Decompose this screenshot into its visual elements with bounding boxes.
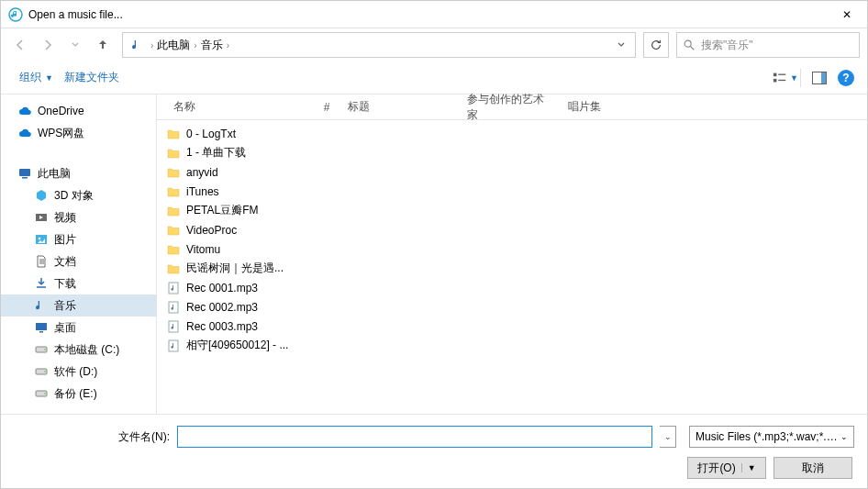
file-row[interactable]: VideoProc bbox=[157, 220, 867, 239]
disk-icon bbox=[34, 342, 49, 357]
file-row[interactable]: 0 - LogTxt bbox=[157, 124, 867, 143]
search-input[interactable]: 搜索"音乐" bbox=[676, 32, 860, 58]
audio-file-icon bbox=[166, 339, 181, 353]
chevron-down-icon[interactable] bbox=[611, 40, 631, 50]
address-bar[interactable]: › 此电脑 › 音乐 › bbox=[122, 32, 636, 58]
file-name: 1 - 单曲下载 bbox=[186, 145, 246, 161]
file-name: Rec 0002.mp3 bbox=[186, 301, 258, 314]
filename-input[interactable] bbox=[177, 426, 652, 448]
audio-file-icon bbox=[166, 281, 181, 295]
col-num[interactable]: # bbox=[313, 101, 340, 114]
breadcrumb-seg[interactable]: 音乐 bbox=[199, 38, 225, 53]
col-artist[interactable]: 参与创作的艺术家 bbox=[460, 92, 561, 123]
svg-rect-5 bbox=[778, 79, 785, 80]
chevron-down-icon: ▼ bbox=[45, 73, 53, 83]
file-row[interactable]: 1 - 单曲下载 bbox=[157, 143, 867, 162]
folder-icon bbox=[166, 223, 181, 238]
sidebar-item[interactable]: WPS网盘 bbox=[1, 122, 156, 144]
sidebar-item-label: 软件 (D:) bbox=[54, 364, 97, 380]
svg-point-20 bbox=[44, 393, 46, 395]
sidebar: OneDriveWPS网盘此电脑3D 对象视频图片文档下载音乐桌面本地磁盘 (C… bbox=[1, 94, 157, 419]
file-row[interactable]: Rec 0002.mp3 bbox=[157, 297, 867, 317]
help-button[interactable]: ? bbox=[838, 70, 854, 86]
chevron-right-icon: › bbox=[225, 40, 231, 50]
back-button[interactable] bbox=[8, 33, 32, 57]
preview-pane-button[interactable] bbox=[807, 67, 832, 89]
music-icon bbox=[130, 38, 145, 52]
open-button[interactable]: 打开(O) ▼ bbox=[687, 457, 766, 479]
svg-rect-8 bbox=[19, 169, 30, 176]
file-row[interactable]: iTunes bbox=[157, 182, 867, 201]
refresh-button[interactable] bbox=[643, 32, 669, 58]
sidebar-item[interactable]: 此电脑 bbox=[1, 162, 156, 184]
forward-button[interactable] bbox=[36, 33, 60, 57]
col-title[interactable]: 标题 bbox=[340, 99, 460, 115]
cube-icon bbox=[34, 188, 49, 203]
sidebar-item[interactable]: 备份 (E:) bbox=[1, 383, 156, 405]
file-row[interactable]: 民谣树洞｜光是遇... bbox=[157, 259, 867, 278]
svg-rect-3 bbox=[773, 78, 777, 82]
close-button[interactable]: ✕ bbox=[826, 1, 867, 28]
file-row[interactable]: Rec 0003.mp3 bbox=[157, 317, 867, 336]
sidebar-item[interactable]: 下载 bbox=[1, 272, 156, 295]
download-icon bbox=[34, 276, 49, 291]
cancel-button[interactable]: 取消 bbox=[773, 457, 852, 479]
file-row[interactable]: PETAL豆瓣FM bbox=[157, 201, 867, 220]
chevron-down-icon: ▼ bbox=[790, 73, 798, 83]
svg-rect-13 bbox=[36, 323, 47, 330]
desktop-icon bbox=[34, 320, 49, 335]
up-button[interactable] bbox=[91, 33, 115, 57]
file-row[interactable]: Rec 0001.mp3 bbox=[157, 278, 867, 297]
folder-icon bbox=[166, 146, 181, 161]
sidebar-item[interactable]: 软件 (D:) bbox=[1, 361, 156, 383]
file-name: PETAL豆瓣FM bbox=[186, 203, 258, 218]
sidebar-item[interactable]: 图片 bbox=[1, 228, 156, 250]
app-icon bbox=[8, 7, 23, 22]
file-name: 民谣树洞｜光是遇... bbox=[186, 261, 284, 276]
image-icon bbox=[34, 232, 49, 247]
sidebar-item-label: 视频 bbox=[54, 210, 76, 226]
sidebar-item[interactable]: 3D 对象 bbox=[1, 184, 156, 206]
file-row[interactable]: anyvid bbox=[157, 162, 867, 182]
organize-menu[interactable]: 组织 ▼ bbox=[14, 66, 59, 89]
col-name[interactable]: 名称 bbox=[166, 99, 313, 115]
file-name: Vitomu bbox=[186, 243, 220, 256]
sidebar-item[interactable]: 本地磁盘 (C:) bbox=[1, 339, 156, 361]
navbar: › 此电脑 › 音乐 › 搜索"音乐" bbox=[1, 28, 867, 61]
recent-dropdown[interactable] bbox=[63, 33, 87, 57]
file-row[interactable]: Vitomu bbox=[157, 239, 867, 259]
chevron-right-icon: › bbox=[149, 40, 155, 50]
breadcrumb-seg[interactable]: 此电脑 bbox=[155, 38, 192, 53]
svg-rect-4 bbox=[778, 73, 785, 74]
svg-rect-9 bbox=[22, 177, 28, 179]
sidebar-item[interactable]: 桌面 bbox=[1, 317, 156, 339]
filename-dropdown[interactable]: ⌄ bbox=[660, 426, 676, 448]
file-row[interactable]: 相守[409650012] - ... bbox=[157, 336, 867, 355]
file-list: 名称 # 标题 参与创作的艺术家 唱片集 0 - LogTxt1 - 单曲下载a… bbox=[157, 94, 867, 419]
folder-icon bbox=[166, 127, 181, 141]
sidebar-item-label: WPS网盘 bbox=[38, 126, 84, 141]
new-folder-button[interactable]: 新建文件夹 bbox=[59, 66, 125, 89]
sidebar-item[interactable]: 音乐 bbox=[1, 295, 156, 317]
folder-icon bbox=[166, 242, 181, 257]
sidebar-item-label: 文档 bbox=[54, 254, 76, 270]
file-name: Rec 0003.mp3 bbox=[186, 320, 258, 333]
cloud-icon bbox=[17, 104, 32, 118]
sidebar-item-label: 桌面 bbox=[54, 320, 76, 336]
chevron-down-icon: ▼ bbox=[741, 463, 756, 472]
file-name: Rec 0001.mp3 bbox=[186, 282, 258, 295]
doc-icon bbox=[34, 254, 49, 269]
filetype-select[interactable]: Music Files (*.mp3;*.wav;*.m4 ⌄ bbox=[689, 426, 854, 448]
svg-rect-7 bbox=[821, 72, 826, 83]
chevron-right-icon: › bbox=[192, 40, 198, 50]
sidebar-item[interactable]: 视频 bbox=[1, 206, 156, 228]
svg-point-18 bbox=[44, 371, 46, 372]
col-album[interactable]: 唱片集 bbox=[561, 99, 634, 115]
sidebar-item[interactable]: 文档 bbox=[1, 250, 156, 272]
sidebar-item[interactable]: OneDrive bbox=[1, 100, 156, 122]
view-options-button[interactable]: ▼ bbox=[773, 67, 798, 89]
sidebar-item-label: 本地磁盘 (C:) bbox=[54, 342, 119, 358]
audio-file-icon bbox=[166, 300, 181, 315]
cloud-icon bbox=[17, 126, 32, 140]
search-placeholder: 搜索"音乐" bbox=[701, 38, 753, 53]
